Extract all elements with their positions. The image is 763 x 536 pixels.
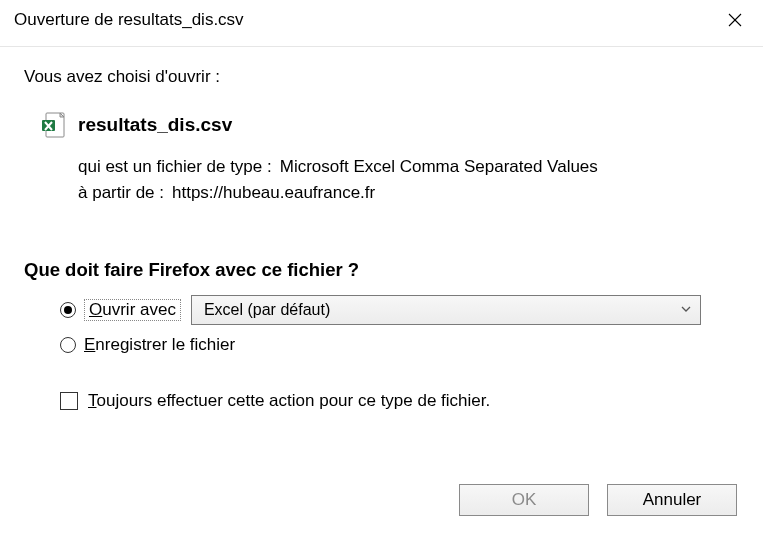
excel-file-icon [40,111,68,139]
ok-button[interactable]: OK [459,484,589,516]
open-with-select[interactable]: Excel (par défaut) [191,295,701,325]
close-icon [727,12,743,28]
file-meta: qui est un fichier de type : Microsoft E… [78,157,739,203]
save-file-radio[interactable] [60,337,76,353]
dialog-footer: OK Annuler [459,484,737,516]
file-source-label: à partir de : [78,183,164,203]
open-with-row: Ouvrir avec Excel (par défaut) [60,295,739,325]
chevron-down-icon [680,301,692,319]
dialog-content: Vous avez choisi d'ouvrir : resultats_di… [0,47,763,411]
file-type-value: Microsoft Excel Comma Separated Values [280,157,598,177]
action-question: Que doit faire Firefox avec ce fichier ? [24,259,739,281]
save-file-label[interactable]: Enregistrer le fichier [84,335,235,355]
file-name: resultats_dis.csv [78,114,232,136]
intro-text: Vous avez choisi d'ouvrir : [24,67,739,87]
save-file-row: Enregistrer le fichier [60,335,739,355]
open-with-radio[interactable] [60,302,76,318]
close-button[interactable] [721,6,749,34]
open-with-selected-value: Excel (par défaut) [204,301,330,319]
always-action-checkbox[interactable] [60,392,78,410]
file-row: resultats_dis.csv [40,111,739,139]
always-action-label[interactable]: Toujours effectuer cette action pour ce … [88,391,490,411]
file-type-label: qui est un fichier de type : [78,157,272,177]
cancel-button[interactable]: Annuler [607,484,737,516]
open-with-label[interactable]: Ouvrir avec [84,299,181,321]
always-action-row: Toujours effectuer cette action pour ce … [60,391,739,411]
window-title: Ouverture de resultats_dis.csv [14,10,244,30]
titlebar: Ouverture de resultats_dis.csv [0,0,763,47]
file-source-value: https://hubeau.eaufrance.fr [172,183,375,203]
